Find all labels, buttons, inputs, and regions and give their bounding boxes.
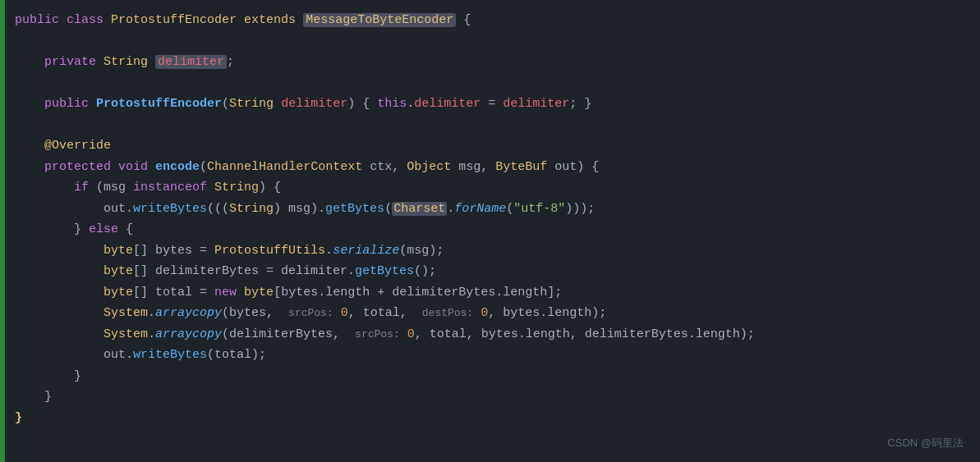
code-line-16: } [15, 390, 52, 404]
code-line-2: private String delimiter; [15, 55, 234, 69]
code-line-11: byte[] total = new byte[bytes.length + d… [15, 286, 562, 300]
code-line-4: @Override [15, 139, 111, 153]
code-line-9: byte[] bytes = ProtostuffUtils.serialize… [15, 244, 444, 258]
code-line-14: out.writeBytes(total); [15, 348, 266, 362]
code-line-15: } [15, 369, 81, 383]
code-line-17: } [15, 411, 22, 425]
code-line-5: protected void encode(ChannelHandlerCont… [15, 160, 599, 174]
left-accent-bar [0, 0, 5, 462]
code-line-3: public ProtostuffEncoder(String delimite… [15, 97, 591, 111]
code-line-6: if (msg instanceof String) { [15, 181, 281, 194]
code-line-7: out.writeBytes(((String) msg).getBytes(C… [15, 202, 595, 216]
code-line-13: System.arraycopy(delimiterBytes, srcPos:… [15, 327, 755, 341]
code-line-12: System.arraycopy(bytes, srcPos: 0, total… [15, 306, 606, 320]
watermark: CSDN @码里法 [887, 435, 964, 452]
code-line-1: public class ProtostuffEncoder extends M… [15, 13, 471, 27]
code-block: public class ProtostuffEncoder extends M… [0, 0, 980, 438]
code-line-10: byte[] delimiterBytes = delimiter.getByt… [15, 264, 436, 278]
code-line-8: } else { [15, 222, 133, 236]
